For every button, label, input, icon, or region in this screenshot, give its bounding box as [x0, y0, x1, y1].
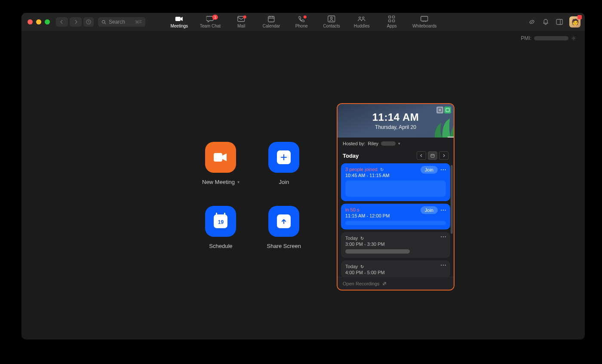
- link-icon[interactable]: [528, 18, 536, 26]
- meeting-card[interactable]: ⋯ Today ↻ 4:00 PM - 5:00 PM: [341, 260, 450, 278]
- action-share-screen: Share Screen: [265, 206, 303, 249]
- maximize-window-button[interactable]: [45, 19, 50, 24]
- hosted-by-redacted: [381, 141, 396, 146]
- meeting-title-redacted: [345, 221, 446, 225]
- tab-contacts[interactable]: Contacts: [322, 15, 341, 28]
- video-icon: [213, 152, 228, 162]
- nav-history: [56, 17, 82, 27]
- svg-point-6: [331, 17, 332, 19]
- calendar-icon: 19: [214, 214, 227, 228]
- tab-calendar[interactable]: Calendar: [262, 15, 281, 28]
- search-placeholder: Search: [109, 19, 125, 25]
- new-meeting-button[interactable]: [205, 142, 236, 173]
- expand-icon[interactable]: [444, 107, 451, 113]
- svg-point-7: [359, 17, 361, 18]
- meeting-card[interactable]: ⋯ Today ↻ 3:00 PM - 3:30 PM: [341, 232, 450, 258]
- whiteboards-icon: [420, 15, 429, 22]
- avatar[interactable]: 🧑: [569, 16, 580, 28]
- meeting-day-tag: Today: [345, 264, 358, 269]
- gear-icon[interactable]: [571, 36, 576, 41]
- pmi-value-redacted: [534, 36, 568, 40]
- bell-icon[interactable]: [542, 18, 550, 26]
- sidebar-toggle-icon[interactable]: [556, 18, 563, 26]
- tab-huddles[interactable]: Huddles: [352, 15, 371, 28]
- chevron-down-icon[interactable]: ▾: [237, 180, 240, 184]
- nav-forward-button[interactable]: [70, 17, 82, 27]
- chat-badge: 1: [212, 15, 218, 20]
- tab-team-chat[interactable]: 1 Team Chat: [200, 15, 221, 28]
- prev-day-button[interactable]: [417, 151, 426, 160]
- video-icon: [175, 15, 184, 22]
- join-meeting-button[interactable]: Join: [421, 206, 438, 214]
- svg-rect-12: [393, 20, 395, 22]
- calendar-panel: 11:14 AM Thursday, April 20 Hosted by: R…: [338, 104, 454, 290]
- meeting-time: 3:00 PM - 3:30 PM: [345, 242, 446, 247]
- svg-rect-14: [556, 19, 562, 24]
- panel-date: Thursday, April 20: [375, 124, 416, 130]
- day-nav: [417, 151, 448, 160]
- share-screen-button[interactable]: [268, 206, 299, 237]
- today-button[interactable]: [428, 151, 437, 160]
- meeting-title-redacted: [345, 249, 410, 254]
- tab-meetings[interactable]: Meetings: [170, 15, 189, 28]
- more-icon[interactable]: ⋯: [440, 263, 447, 267]
- tab-label: Contacts: [323, 24, 340, 28]
- meeting-card[interactable]: Join ⋯ 3 people joined ↻ 10:45 AM - 11:1…: [341, 163, 450, 201]
- tab-label: Phone: [295, 24, 308, 28]
- panel-header: 11:14 AM Thursday, April 20: [338, 104, 454, 138]
- titlebar: Search ⌘F Meetings 1 Team Chat: [22, 13, 585, 31]
- panel-time: 11:14 AM: [372, 111, 419, 123]
- hosted-by-name: Riley: [368, 141, 378, 146]
- open-recordings-link[interactable]: Open Recordings: [338, 277, 454, 290]
- nav-back-button[interactable]: [56, 17, 68, 27]
- tab-whiteboards[interactable]: Whiteboards: [412, 15, 436, 28]
- pmi-label: PMI:: [521, 35, 531, 41]
- action-join: Join: [265, 142, 303, 185]
- meetings-list[interactable]: Join ⋯ 3 people joined ↻ 10:45 AM - 11:1…: [338, 163, 454, 283]
- join-meeting-button[interactable]: Join: [421, 166, 438, 174]
- today-label: Today: [343, 153, 359, 159]
- external-link-icon: [382, 281, 387, 286]
- calendar-icon: [267, 15, 276, 22]
- apps-icon: [387, 15, 396, 22]
- svg-rect-20: [431, 154, 434, 157]
- svg-rect-13: [421, 16, 428, 21]
- tab-mail[interactable]: Mail: [232, 15, 251, 28]
- titlebar-right: 🧑: [528, 16, 580, 28]
- tab-label: Huddles: [354, 24, 370, 28]
- recurring-icon: ↻: [360, 264, 364, 269]
- meeting-day-tag: Today: [345, 236, 358, 241]
- tab-apps[interactable]: Apps: [382, 15, 401, 28]
- svg-rect-16: [214, 153, 222, 162]
- svg-rect-18: [446, 108, 449, 112]
- close-window-button[interactable]: [28, 19, 33, 24]
- more-icon[interactable]: ⋯: [440, 208, 447, 212]
- minimize-window-button[interactable]: [36, 19, 41, 24]
- action-grid: New Meeting ▾ Join 19 Schedule: [202, 142, 303, 249]
- svg-point-15: [573, 37, 574, 39]
- tab-phone[interactable]: Phone: [292, 15, 311, 28]
- action-label: Schedule: [209, 243, 232, 249]
- search-input[interactable]: Search ⌘F: [98, 17, 145, 27]
- tab-label: Mail: [237, 24, 245, 28]
- recurring-icon: ↻: [360, 236, 364, 241]
- scrollbar-thumb[interactable]: [451, 165, 453, 234]
- search-shortcut: ⌘F: [135, 20, 142, 24]
- nav-history-button[interactable]: [83, 17, 94, 27]
- schedule-button[interactable]: 19: [205, 206, 236, 237]
- action-label: Share Screen: [267, 243, 301, 249]
- plus-icon: [277, 150, 291, 164]
- window-controls: [28, 19, 50, 24]
- more-icon[interactable]: ⋯: [440, 235, 447, 239]
- pmi-bar: PMI:: [521, 35, 576, 41]
- meeting-card[interactable]: Join ⋯ in 50 s 11:15 AM - 12:00 PM: [341, 204, 450, 229]
- hosted-by-row[interactable]: Hosted by: Riley ▾: [338, 138, 454, 150]
- contacts-icon: [327, 15, 336, 22]
- chevron-down-icon: ▾: [398, 141, 400, 146]
- next-day-button[interactable]: [439, 151, 448, 160]
- join-button[interactable]: [268, 142, 299, 173]
- svg-point-8: [362, 17, 364, 18]
- day-selector-row: Today: [338, 150, 454, 163]
- more-icon[interactable]: ⋯: [440, 168, 447, 172]
- calendar-mini-icon[interactable]: [436, 107, 443, 113]
